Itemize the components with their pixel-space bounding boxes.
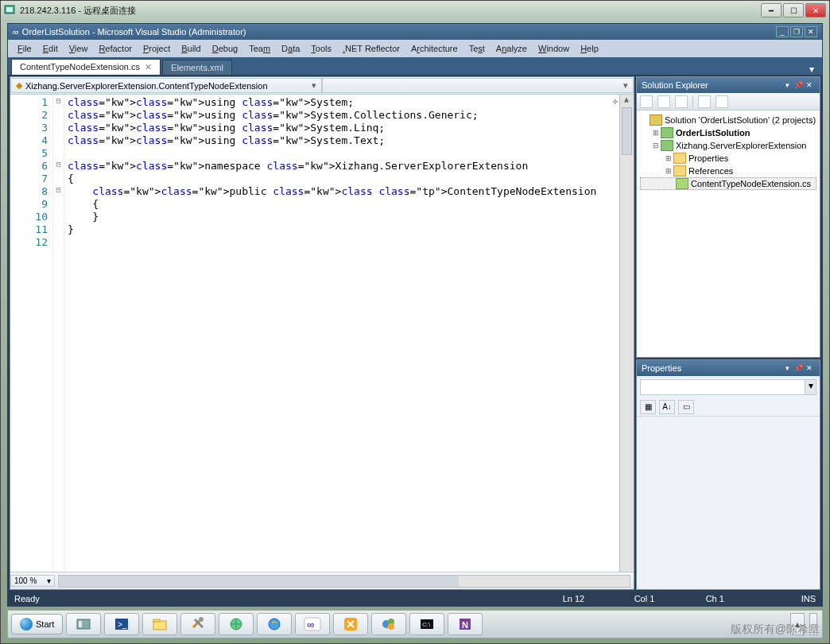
expand-icon[interactable]: ⊞	[664, 167, 673, 175]
refresh-icon[interactable]	[675, 95, 688, 108]
menu-help[interactable]: Help	[576, 42, 603, 55]
solution-tree[interactable]: Solution 'OrderListSolution' (2 projects…	[637, 111, 820, 357]
taskbar-tools-icon[interactable]	[180, 613, 215, 635]
menu-netreflector[interactable]: .NET Reflector	[338, 42, 405, 55]
split-icon[interactable]: ✢	[612, 96, 618, 107]
prop-category-button[interactable]: ▦	[640, 400, 656, 414]
menu-team[interactable]: Team	[244, 42, 275, 55]
vs-restore-button[interactable]: ❐	[790, 26, 803, 37]
svg-text:>_: >_	[118, 620, 127, 629]
maximize-button[interactable]: ☐	[783, 3, 804, 17]
properties-body	[637, 416, 820, 589]
svg-point-8	[199, 617, 204, 622]
taskbar-powershell-icon[interactable]: >_	[104, 613, 139, 635]
solution-explorer: Solution Explorer▾📌✕ Solution 'OrderList…	[636, 76, 820, 358]
menu-window[interactable]: Window	[533, 42, 574, 55]
menu-debug[interactable]: Debug	[208, 42, 242, 55]
menu-architecture[interactable]: Architecture	[406, 42, 463, 55]
pin-icon[interactable]: 📌	[793, 364, 804, 372]
remote-title: 218.242.3.116 - 远程桌面连接	[20, 5, 761, 17]
properties-icon[interactable]	[640, 95, 653, 108]
menu-analyze[interactable]: Analyze	[491, 42, 532, 55]
menu-file[interactable]: File	[13, 42, 37, 55]
tab-active[interactable]: ContentTypeNodeExtension.cs✕	[11, 59, 161, 75]
status-ready: Ready	[14, 594, 40, 603]
prop-sort-button[interactable]: A↓	[659, 400, 675, 414]
menu-tools[interactable]: Tools	[306, 42, 336, 55]
taskbar-server-manager-icon[interactable]	[66, 613, 101, 635]
csharp-file-icon	[676, 178, 688, 189]
taskbar-ie-icon[interactable]	[257, 613, 292, 635]
remote-desktop-titlebar: 218.242.3.116 - 远程桌面连接 ━ ☐ ✕	[1, 1, 829, 20]
status-ins: INS	[801, 594, 816, 603]
start-button[interactable]: Start	[11, 614, 63, 634]
menu-refactor[interactable]: Refactor	[94, 42, 137, 55]
taskbar-visual-studio-icon[interactable]: ∞	[295, 613, 330, 635]
vs-minimize-button[interactable]: _	[776, 26, 789, 37]
taskbar-iis-icon[interactable]	[219, 613, 254, 635]
close-icon[interactable]: ✕	[804, 364, 815, 372]
svg-text:N: N	[462, 620, 468, 630]
svg-text:C:\: C:\	[422, 621, 431, 628]
collapse-icon[interactable]: ⊟	[651, 142, 661, 149]
prop-pages-button[interactable]: ▭	[678, 400, 694, 414]
properties-panel: Properties▾📌✕ ▾ ▦ A↓ ▭	[636, 359, 820, 590]
taskbar-cmd-icon[interactable]: C:\	[409, 613, 444, 635]
pin-icon[interactable]: 📌	[793, 81, 804, 89]
menu-edit[interactable]: Edit	[38, 42, 63, 55]
chevron-down-icon[interactable]: ▾	[312, 80, 316, 91]
dropdown-icon[interactable]: ▾	[782, 364, 793, 372]
menu-data[interactable]: Data	[277, 42, 304, 55]
code-editor[interactable]: 123456789101112 ⊟⊟⊟ class="kw">class="kw…	[10, 95, 634, 572]
menu-project[interactable]: Project	[138, 42, 175, 55]
expand-icon[interactable]: ⊞	[651, 129, 661, 137]
solution-toolbar	[637, 93, 820, 111]
watermark: 版权所有@陈希章	[731, 623, 820, 637]
vertical-scrollbar[interactable]	[619, 95, 634, 572]
svg-text:∞: ∞	[307, 619, 314, 630]
vs-title-label: OrderListSolution - Microsoft Visual Stu…	[22, 27, 774, 37]
breadcrumb-type[interactable]: ◆ Xizhang.ServerExplorerExtension.Conten…	[10, 78, 322, 93]
expand-icon[interactable]: ⊞	[664, 154, 673, 162]
menu-view[interactable]: View	[64, 42, 93, 55]
status-col: Col 1	[634, 594, 706, 603]
taskbar-explorer-icon[interactable]	[142, 613, 177, 635]
svg-rect-6	[153, 621, 166, 630]
solution-icon	[650, 114, 662, 126]
menu-test[interactable]: Test	[464, 42, 490, 55]
status-line: Ln 12	[563, 594, 634, 603]
close-icon[interactable]: ✕	[804, 81, 815, 89]
remote-icon	[4, 5, 15, 16]
tab-close-icon[interactable]: ✕	[145, 62, 152, 72]
fold-gutter[interactable]: ⊟⊟⊟	[53, 95, 64, 572]
editor-tabs: ContentTypeNodeExtension.cs✕ Elements.xm…	[8, 57, 822, 75]
vs-close-button[interactable]: ✕	[805, 26, 817, 37]
svg-rect-3	[79, 621, 82, 627]
chevron-down-icon[interactable]: ▾	[623, 80, 628, 91]
horizontal-scrollbar[interactable]	[58, 575, 630, 588]
svg-rect-1	[6, 7, 13, 12]
show-all-icon[interactable]	[657, 95, 670, 108]
project-icon	[661, 127, 673, 138]
dropdown-icon[interactable]: ▾	[782, 81, 793, 89]
breadcrumb-member[interactable]: ▾	[322, 78, 634, 93]
code-body[interactable]: class="kw">class="kw">using class="kw">S…	[64, 95, 619, 572]
taskbar-settings-icon[interactable]	[333, 613, 368, 635]
zoom-select[interactable]: 100 %▾	[10, 575, 55, 587]
project-icon	[661, 140, 673, 151]
taskbar-sharepoint-icon[interactable]	[371, 613, 406, 635]
close-button[interactable]: ✕	[805, 3, 826, 17]
tabs-dropdown-icon[interactable]: ▾	[805, 64, 819, 75]
folder-icon	[673, 165, 686, 177]
taskbar-onenote-icon[interactable]: N	[448, 613, 483, 635]
properties-object-select[interactable]: ▾	[640, 379, 816, 395]
minimize-button[interactable]: ━	[761, 3, 782, 17]
line-numbers: 123456789101112	[10, 95, 53, 572]
status-bar: Ready Ln 12 Col 1 Ch 1 INS	[8, 592, 822, 606]
menu-build[interactable]: Build	[176, 42, 205, 55]
tab-elements[interactable]: Elements.xml	[162, 60, 232, 75]
view-class-icon[interactable]	[716, 95, 728, 108]
view-code-icon[interactable]	[698, 95, 711, 108]
svg-point-10	[269, 619, 280, 630]
vs-infinity-icon: ∞	[13, 27, 19, 37]
